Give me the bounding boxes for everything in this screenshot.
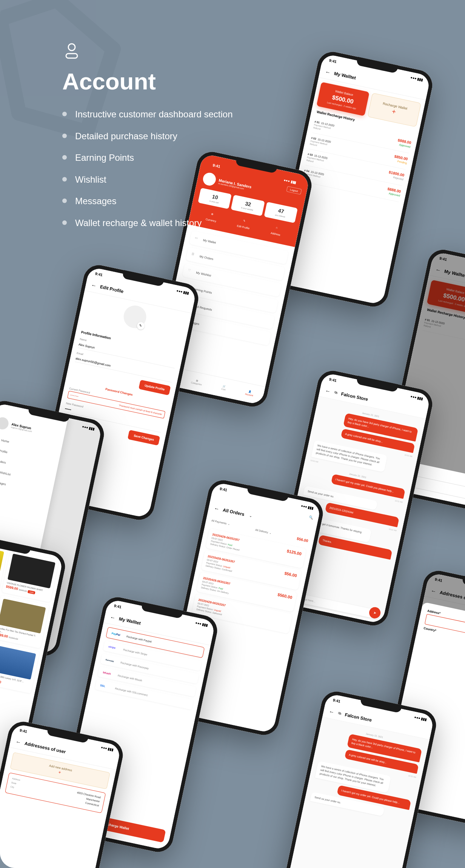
search-icon[interactable]: 🔍 bbox=[309, 515, 314, 520]
phone-addresses: 9:41●●● ▮▮▮ ←Addressess of user Add new … bbox=[0, 719, 126, 868]
avatar[interactable] bbox=[0, 416, 10, 431]
stat-wishlist[interactable]: 32in your wishlist bbox=[231, 195, 265, 216]
user-icon: 👤 bbox=[248, 390, 251, 393]
address-icon: ⌂ bbox=[273, 226, 280, 232]
plus-icon: + bbox=[391, 108, 397, 116]
feature-item: Messages bbox=[62, 195, 233, 208]
nav-account[interactable]: 👤Account bbox=[245, 389, 254, 397]
chevron-down-icon[interactable]: ⌄ bbox=[249, 514, 253, 518]
edit-icon: ✎ bbox=[241, 219, 248, 225]
phone-chat-2: 9:41●●● ▮▮▮ ←🛍Falcon Store January 22, 2… bbox=[274, 689, 439, 868]
product-card[interactable]: Hoodies For Men Tex Shirted Pocket T-Men… bbox=[0, 595, 49, 649]
stat-orders[interactable]: 47you ordered bbox=[264, 202, 298, 223]
feature-list: Instructive customer dashboard section D… bbox=[62, 108, 233, 229]
feature-item: Wishlist bbox=[62, 173, 233, 186]
svg-rect-1 bbox=[66, 54, 77, 58]
back-icon[interactable]: ← bbox=[91, 282, 97, 289]
feature-item: Wallet recharge & wallet history bbox=[62, 217, 233, 229]
heart-icon: ♡ bbox=[188, 268, 193, 274]
product-card[interactable]: VINTAGE FLOWER PAJAMA SHIRT$599.00 $699.… bbox=[2, 550, 59, 602]
store-icon: 🛍 bbox=[337, 711, 342, 716]
feature-item: Instructive customer dashboard section bbox=[62, 108, 233, 121]
back-icon[interactable]: ← bbox=[325, 69, 331, 76]
store-icon: 🛍 bbox=[334, 391, 338, 395]
wallet-balance-card: Wallet Balace $500.00 Last recharged : 2… bbox=[316, 82, 370, 116]
avatar-edit[interactable] bbox=[122, 303, 148, 330]
filter-delivery[interactable]: All Delivery ⌄ bbox=[255, 528, 272, 535]
back-icon[interactable]: ← bbox=[328, 708, 335, 716]
back-icon[interactable]: ← bbox=[109, 614, 116, 621]
grid-icon: ▦ bbox=[196, 379, 199, 382]
back-icon[interactable]: ← bbox=[214, 505, 220, 512]
filter-payments[interactable]: All Payments ⌄ bbox=[211, 519, 230, 526]
cart-icon: 🛒 bbox=[223, 385, 226, 388]
user-icon bbox=[62, 42, 81, 60]
nav-categories[interactable]: ▦Categories bbox=[191, 378, 203, 386]
orders-icon: ☰ bbox=[191, 252, 196, 257]
nav-cart[interactable]: 🛒Cart bbox=[221, 385, 226, 391]
update-profile-button[interactable]: Update Profile bbox=[139, 380, 171, 396]
back-icon[interactable]: ← bbox=[325, 388, 331, 395]
header-section: Account Instructive customer dashboard s… bbox=[62, 42, 233, 239]
feature-item: Earning Points bbox=[62, 151, 233, 164]
svg-point-0 bbox=[68, 44, 75, 51]
wallet-title: My Walltet bbox=[334, 71, 357, 81]
product-card[interactable]: HP Spectre x360 Luxury 14T, 13.5"...$1,7… bbox=[0, 641, 40, 694]
back-icon[interactable]: ← bbox=[15, 739, 22, 746]
feature-item: Detailed purchase history bbox=[62, 130, 233, 143]
save-changes-button[interactable]: Save Changes bbox=[128, 430, 160, 446]
page-title: Account bbox=[62, 68, 233, 95]
tab-address[interactable]: ⌂Address bbox=[259, 221, 294, 241]
